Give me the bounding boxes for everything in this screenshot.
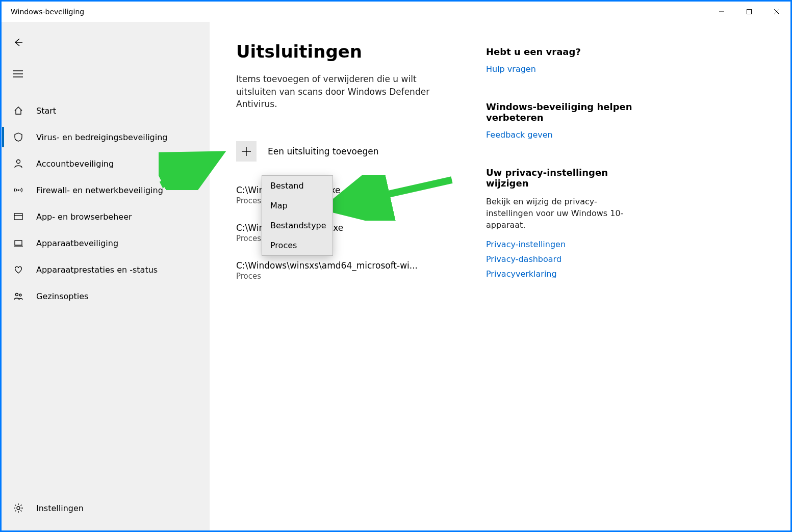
privacy-title: Uw privacy-instellingen wijzigen — [486, 167, 644, 189]
nav-item-settings[interactable]: Instellingen — [2, 495, 210, 521]
minimize-icon — [719, 9, 725, 15]
privacy-statement-link[interactable]: Privacyverklaring — [486, 269, 644, 279]
plus-icon — [241, 146, 251, 156]
exclusion-type: Proces — [236, 272, 455, 281]
shield-icon — [13, 132, 24, 142]
exclusion-item[interactable]: C:\Windows\winsxs\amd64_microsoft-wi... … — [236, 260, 455, 281]
help-title: Hebt u een vraag? — [486, 46, 644, 57]
nav-item-appbrowser[interactable]: App- en browserbeheer — [2, 203, 210, 230]
person-icon — [13, 158, 24, 169]
hamburger-button[interactable] — [7, 63, 29, 85]
page-title: Uitsluitingen — [236, 41, 455, 62]
feedback-link[interactable]: Feedback geven — [486, 130, 644, 140]
help-link[interactable]: Hulp vragen — [486, 64, 644, 74]
dropdown-item-filetype[interactable]: Bestandstype — [262, 216, 333, 235]
feedback-title: Windows-beveiliging helpen verbeteren — [486, 101, 644, 123]
nav-item-virus[interactable]: Virus- en bedreigingsbeveiliging — [2, 124, 210, 150]
svg-rect-9 — [14, 214, 22, 220]
nav-item-start[interactable]: Start — [2, 97, 210, 124]
hamburger-icon — [13, 70, 23, 78]
dropdown-item-file[interactable]: Bestand — [262, 176, 333, 196]
privacy-text: Bekijk en wijzig de privacy-instellingen… — [486, 196, 644, 231]
privacy-dashboard-link[interactable]: Privacy-dashboard — [486, 254, 644, 264]
exclusion-path: C:\Windows\winsxs\amd64_microsoft-wi... — [236, 260, 425, 271]
nav-item-performance[interactable]: Apparaatprestaties en -status — [2, 256, 210, 283]
svg-rect-1 — [747, 10, 752, 14]
sidebar-bottom: Instellingen — [2, 495, 210, 521]
svg-point-14 — [19, 294, 21, 296]
gear-icon — [13, 503, 24, 513]
add-exclusion-row[interactable]: Een uitsluiting toevoegen — [236, 141, 455, 162]
nav-label: Start — [36, 106, 56, 116]
svg-rect-11 — [15, 241, 22, 245]
content: Uitsluitingen Items toevoegen of verwijd… — [236, 41, 455, 530]
body: Start Virus- en bedreigingsbeveiliging A… — [2, 22, 790, 530]
nav-item-account[interactable]: Accountbeveiliging — [2, 150, 210, 177]
svg-point-13 — [16, 294, 18, 296]
sidebar: Start Virus- en bedreigingsbeveiliging A… — [2, 22, 210, 530]
nav-label: Instellingen — [36, 503, 84, 513]
nav-item-firewall[interactable]: Firewall- en netwerkbeveiliging — [2, 177, 210, 203]
close-button[interactable] — [763, 2, 790, 22]
svg-point-8 — [18, 190, 19, 191]
nav-label: Gezinsopties — [36, 291, 88, 301]
nav-label: Apparaatprestaties en -status — [36, 265, 158, 275]
close-icon — [774, 9, 780, 15]
maximize-button[interactable] — [735, 2, 763, 22]
nav-label: Firewall- en netwerkbeveiliging — [36, 185, 163, 195]
nav-item-device[interactable]: Apparaatbeveiliging — [2, 230, 210, 256]
nav-label: Virus- en bedreigingsbeveiliging — [36, 132, 167, 142]
people-icon — [13, 291, 24, 301]
feedback-section: Windows-beveiliging helpen verbeteren Fe… — [486, 101, 644, 140]
privacy-settings-link[interactable]: Privacy-instellingen — [486, 240, 644, 249]
minimize-button[interactable] — [708, 2, 735, 22]
svg-point-15 — [17, 507, 20, 510]
antenna-icon — [13, 185, 24, 195]
add-exclusion-button[interactable] — [236, 141, 257, 162]
nav-item-family[interactable]: Gezinsopties — [2, 283, 210, 309]
window-controls — [708, 2, 790, 22]
svg-point-7 — [17, 160, 20, 164]
dropdown-item-folder[interactable]: Map — [262, 196, 333, 216]
add-exclusion-label: Een uitsluiting toevoegen — [268, 146, 378, 156]
heart-icon — [13, 264, 24, 275]
nav-label: App- en browserbeheer — [36, 212, 132, 222]
maximize-icon — [746, 9, 752, 15]
laptop-icon — [13, 238, 24, 248]
help-section: Hebt u een vraag? Hulp vragen — [486, 46, 644, 74]
page-description: Items toevoegen of verwijderen die u wil… — [236, 73, 435, 111]
back-button[interactable] — [7, 31, 29, 54]
app-window: Windows-beveiliging Star — [2, 2, 790, 530]
nav-label: Apparaatbeveiliging — [36, 238, 118, 248]
privacy-section: Uw privacy-instellingen wijzigen Bekijk … — [486, 167, 644, 279]
right-column: Hebt u een vraag? Hulp vragen Windows-be… — [486, 41, 644, 530]
window-icon — [13, 211, 24, 222]
exclusion-type-dropdown: Bestand Map Bestandstype Proces — [262, 175, 333, 256]
app-title: Windows-beveiliging — [11, 8, 84, 16]
nav-label: Accountbeveiliging — [36, 159, 114, 169]
dropdown-item-process[interactable]: Proces — [262, 235, 333, 255]
back-arrow-icon — [12, 37, 23, 48]
home-icon — [13, 105, 24, 116]
titlebar: Windows-beveiliging — [2, 2, 790, 22]
nav: Start Virus- en bedreigingsbeveiliging A… — [2, 97, 210, 309]
main: Uitsluitingen Items toevoegen of verwijd… — [210, 22, 790, 530]
